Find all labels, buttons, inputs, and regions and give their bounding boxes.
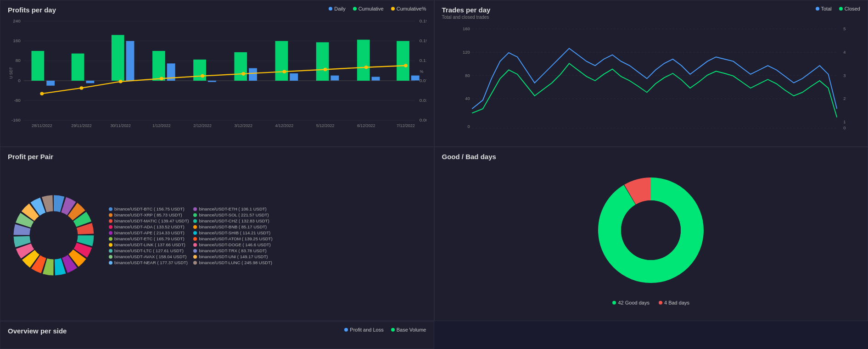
profits-per-day-panel: Profits per day Daily Cumulative Cumulat… [0,0,434,147]
pair-dot [109,243,112,247]
pair-dot [109,261,112,265]
list-item: binance/USDT-LINK ( 137.66 USDT) [109,242,189,247]
svg-point-52 [80,86,84,90]
donut-legend-area: binance/USDT-BTC ( 156.75 USDT) binance/… [8,161,426,310]
legend-pnl: Profit and Loss [344,327,383,332]
svg-rect-24 [72,54,84,81]
svg-point-57 [282,70,286,73]
total-dot [816,7,819,11]
list-item: binance/USDT-NEAR ( 177.37 USDT) [109,260,189,265]
pair-dot [193,207,197,211]
profit-pair-title: Profit per Pair [8,153,426,161]
pair-dot [109,237,112,241]
svg-rect-27 [112,35,124,81]
goodbad-area: 42 Good days 4 Bad days [442,161,861,310]
svg-rect-48 [397,41,409,81]
svg-rect-25 [86,81,94,83]
svg-rect-45 [357,40,370,81]
trades-chart-svg: 160 120 80 40 0 5 4 3 2 1 0 [442,22,861,139]
svg-text:%: % [420,69,424,74]
list-item: binance/USDT-UNI ( 149.17 USDT) [193,254,273,259]
svg-rect-33 [193,60,206,81]
list-item: binance/USDT-ATOM ( 139.25 USDT) [193,236,273,241]
dashboard: Profits per day Daily Cumulative Cumulat… [0,0,868,349]
pair-dot [109,219,112,223]
list-item: binance/USDT-LTC ( 127.61 USDT) [109,248,189,253]
svg-text:0: 0 [18,78,21,83]
svg-text:3: 3 [843,73,846,78]
svg-text:120: 120 [462,50,470,55]
svg-text:1/12/2022: 1/12/2022 [152,123,171,128]
list-item: binance/USDT-TRX ( 83.78 USDT) [193,248,273,253]
svg-text:2/12/2022: 2/12/2022 [193,123,212,128]
profits-chart-area: 240 160 80 0 -80 -160 U SDT % 0.197 0.15… [8,15,426,131]
good-days-legend: 42 Good days [612,300,650,305]
svg-text:0.079: 0.079 [420,78,426,83]
svg-point-56 [241,72,245,76]
pair-dot [193,219,197,223]
svg-text:28/11/2022: 28/11/2022 [32,123,52,128]
pair-dot [109,231,112,235]
svg-point-55 [201,74,204,78]
list-item: binance/USDT-XRP ( 85.73 USDT) [109,212,189,217]
svg-text:0.197: 0.197 [420,18,426,23]
svg-text:29/11/2022: 29/11/2022 [71,123,92,128]
pair-dot [193,261,197,265]
svg-text:0.000: 0.000 [420,118,426,123]
pair-dot [193,249,197,253]
pair-dot [193,237,197,241]
legend-closed: Closed [839,6,860,11]
list-item: binance/USDT-ADA ( 133.52 USDT) [109,224,189,229]
list-item: binance/USDT-SOL ( 221.57 USDT) [193,212,273,217]
pair-dot [193,225,197,229]
good-bad-days-panel: Good / Bad days 42 Good days [434,147,868,321]
svg-rect-21 [32,51,45,81]
svg-point-58 [324,68,327,72]
list-item: binance/USDT-MATIC ( 139.47 USDT) [109,218,189,223]
legend-cumulative-pct: Cumulative% [391,6,426,11]
overview-legend: Profit and Loss Base Volume [344,327,426,332]
legend-daily: Daily [329,6,345,11]
trades-legend: Total Closed [816,6,861,11]
pair-dot [109,213,112,217]
svg-rect-42 [316,42,329,81]
svg-text:0: 0 [467,124,470,129]
good-bad-title: Good / Bad days [442,153,861,161]
legend-total: Total [816,6,832,11]
svg-text:-160: -160 [11,118,21,123]
volume-dot [391,328,395,332]
list-item: binance/USDT-BNB ( 85.17 USDT) [193,224,273,229]
pair-dot [109,207,112,211]
pair-dot [193,243,197,247]
svg-point-59 [364,66,368,69]
svg-text:1: 1 [843,119,846,124]
svg-text:0.118: 0.118 [420,58,426,63]
legend-volume: Base Volume [391,327,426,332]
svg-text:0: 0 [843,125,846,130]
svg-rect-39 [275,41,288,81]
profits-chart-svg: 240 160 80 0 -80 -160 U SDT % 0.197 0.15… [8,15,426,131]
svg-rect-37 [249,68,257,81]
daily-dot [329,7,332,11]
svg-text:160: 160 [13,38,21,43]
svg-text:40: 40 [465,96,470,101]
good-bad-donut-svg [587,166,715,294]
list-item: binance/USDT-SHIB ( 114.21 USDT) [193,230,273,235]
svg-text:0.039: 0.039 [420,98,426,103]
pair-dot [109,249,112,253]
svg-text:5/12/2022: 5/12/2022 [316,123,335,128]
svg-rect-30 [152,51,165,81]
svg-text:240: 240 [13,18,21,23]
svg-rect-28 [126,41,134,81]
pair-dot [193,213,197,217]
trades-per-day-panel: Trades per day Total and closed trades T… [434,0,868,147]
svg-point-117 [621,200,681,260]
donut-chart [8,189,100,282]
profit-per-pair-panel: Profit per Pair [0,147,434,321]
svg-text:-80: -80 [14,98,20,103]
trades-title: Trades per day [442,6,861,14]
pair-dot [193,231,197,235]
svg-rect-22 [46,81,55,86]
list-item: binance/USDT-CHZ ( 132.83 USDT) [193,218,273,223]
svg-rect-36 [234,52,247,81]
